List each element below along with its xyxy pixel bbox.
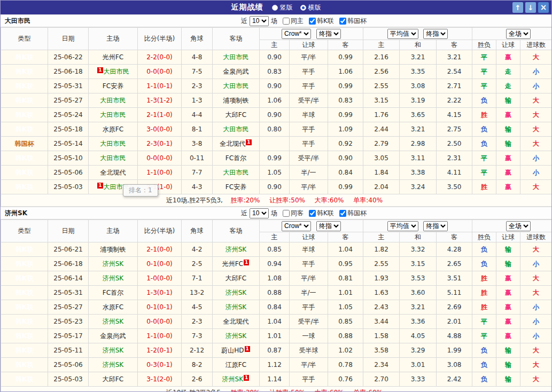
recent-count-select[interactable]: 10: [250, 208, 269, 218]
team-name[interactable]: 大邱FC: [226, 275, 246, 282]
team-name[interactable]: 蔚山HD: [221, 347, 244, 354]
team-name[interactable]: 浦项制铁: [100, 246, 126, 253]
kleague-checkbox[interactable]: 韩K联: [309, 17, 334, 26]
team-name[interactable]: 济州SK: [226, 303, 247, 311]
team-name[interactable]: 大田市民: [104, 68, 129, 75]
ah-line: 一球: [290, 329, 328, 343]
team-name[interactable]: 全北现代: [100, 169, 126, 176]
match-score: 2-3(0-1): [138, 137, 182, 151]
table-row: 韩国杯25-05-14大田市民2-3(0-1)3-8全北现代1平手0.922.7…: [1, 137, 552, 151]
matches-tbody: 韩K联25-06-21浦项制铁2-1(0-0)4-2济州SK0.85半球1.04…: [1, 242, 552, 387]
home-team-cell: 浦项制铁: [89, 242, 138, 257]
goals-result: 小: [520, 257, 552, 271]
team-name[interactable]: 济州SK: [226, 246, 247, 253]
avg-time-select[interactable]: 终指: [423, 221, 448, 231]
match-date: 25-05-10: [48, 151, 89, 166]
same-venue-checkbox[interactable]: 同客: [283, 209, 304, 218]
away-team-cell: 江原FC: [213, 358, 260, 372]
kleague-checkbox-input[interactable]: [309, 18, 316, 25]
team-name[interactable]: 水原FC: [103, 126, 123, 133]
move-up-button[interactable]: ↑: [512, 2, 523, 13]
team-name[interactable]: 全北现代: [223, 318, 249, 325]
team-name[interactable]: 全北现代: [220, 140, 245, 147]
col-header-goals: 进球数: [520, 232, 552, 242]
team-name[interactable]: 大田市民: [223, 169, 249, 176]
team-name[interactable]: FC安养: [226, 183, 246, 191]
team-name[interactable]: 大田市民: [223, 53, 249, 61]
section-filter-controls: 近 10 场 同主 韩K联 韩国杯: [241, 16, 367, 26]
ah-time-select[interactable]: 终指: [316, 29, 341, 39]
same-venue-checkbox-input[interactable]: [283, 18, 290, 25]
koreacup-checkbox[interactable]: 韩国杯: [339, 17, 367, 26]
team-name[interactable]: FC首尔: [226, 154, 246, 162]
team-name[interactable]: 大邱FC: [226, 111, 246, 119]
team-name[interactable]: 大田市民: [100, 140, 126, 147]
away-team-cell: 济州SK: [213, 300, 260, 315]
ah-line: 半/一: [290, 166, 328, 180]
koreacup-checkbox-input[interactable]: [339, 18, 346, 25]
avg-type-select[interactable]: 平均值: [387, 221, 418, 231]
match-result: 负: [472, 242, 496, 257]
match-date: 25-05-06: [48, 358, 89, 372]
team-name[interactable]: 江原FC: [226, 361, 246, 369]
avg-away-odds: 4.28: [437, 242, 472, 257]
koreacup-checkbox-input[interactable]: [339, 210, 346, 217]
team-name[interactable]: 济州SK: [226, 289, 247, 296]
team-name[interactable]: 济州SK: [103, 260, 124, 268]
team-name[interactable]: FC安养: [103, 82, 123, 90]
match-result: 平: [472, 79, 496, 93]
avg-time-select[interactable]: 终指: [423, 29, 448, 39]
team-name[interactable]: 济州SK: [103, 318, 124, 325]
kleague-checkbox-input[interactable]: [309, 210, 316, 217]
radio-horizontal-layout[interactable]: 横版: [300, 3, 321, 12]
avg-draw-odds: 3.35: [400, 65, 437, 79]
ah-home-odds: 0.90: [260, 79, 290, 93]
team-name[interactable]: 济州SK: [226, 332, 247, 340]
avg-away-odds: 2.01: [437, 315, 472, 329]
summary-row: 近10场,胜2平5负3, 胜率:20% 让胜率:50% 大率:60% 单率:40…: [1, 194, 552, 207]
match-score: 1-1(0-1): [138, 79, 182, 93]
scope-select[interactable]: 全场: [506, 221, 531, 231]
radio-button-icon[interactable]: [300, 5, 306, 11]
team-name[interactable]: 大田市民: [100, 97, 126, 104]
recent-count-select[interactable]: 10: [250, 16, 269, 26]
red-card-badge: 1: [244, 375, 249, 381]
team-name[interactable]: 大邱FC: [103, 375, 123, 383]
avg-draw-odds: 3.65: [400, 108, 437, 122]
team-name[interactable]: 大田市民: [223, 126, 249, 133]
team-name[interactable]: 济州SK: [103, 361, 124, 369]
team-name[interactable]: 大田市民: [100, 111, 126, 119]
team-name[interactable]: 济州SK: [103, 275, 124, 282]
ah-time-select[interactable]: 终指: [316, 221, 341, 231]
same-venue-checkbox[interactable]: 同主: [283, 17, 304, 26]
team-name[interactable]: 金泉尚武: [223, 68, 249, 75]
team-name[interactable]: 光州FC: [222, 260, 243, 268]
radio-vertical-label: 竖版: [280, 3, 293, 12]
avg-type-select[interactable]: 平均值: [387, 29, 418, 39]
col-header-avg-away: 客: [437, 40, 472, 50]
matches-table: 类型 日期 主场 比分(半场) 角球 客场 Crow* 终指 平均值 终指: [1, 219, 552, 392]
match-result: 负: [472, 137, 496, 151]
kleague-checkbox[interactable]: 韩K联: [309, 209, 334, 218]
bookmaker-select[interactable]: Crow*: [282, 221, 311, 231]
radio-vertical-layout[interactable]: 竖版: [272, 3, 293, 12]
team-name[interactable]: 光州FC: [103, 53, 123, 61]
radio-button-icon[interactable]: [272, 5, 278, 11]
rank-tooltip: 排名：1: [123, 184, 158, 197]
same-venue-checkbox-input[interactable]: [283, 210, 290, 217]
scope-select[interactable]: 全场: [506, 29, 531, 39]
team-name[interactable]: 济州SK: [103, 347, 124, 354]
team-name[interactable]: 大田市民: [100, 154, 126, 162]
team-name[interactable]: FC首尔: [103, 289, 123, 296]
bookmaker-select[interactable]: Crow*: [282, 29, 311, 39]
koreacup-checkbox[interactable]: 韩国杯: [339, 209, 367, 218]
close-button[interactable]: ×: [538, 2, 549, 13]
team-name[interactable]: 浦项制铁: [223, 97, 249, 104]
ah-result: 输: [496, 372, 520, 387]
team-name[interactable]: 济州SK: [222, 375, 244, 383]
red-card-badge: 1: [245, 346, 250, 352]
team-name[interactable]: 水原FC: [103, 303, 123, 311]
team-name[interactable]: 大田市民: [223, 82, 249, 90]
team-name[interactable]: 金泉尚武: [100, 332, 126, 340]
move-down-button[interactable]: ↓: [525, 2, 536, 13]
